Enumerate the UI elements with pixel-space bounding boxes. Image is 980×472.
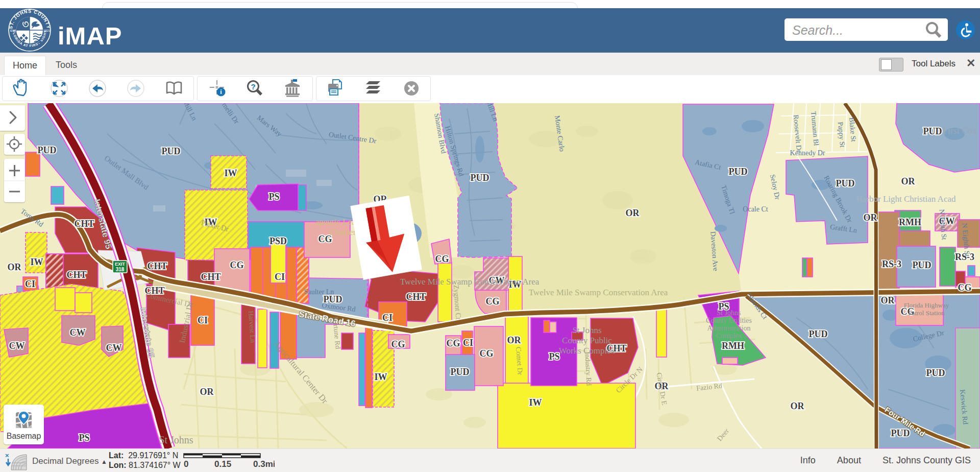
- svg-text:CI: CI: [25, 279, 35, 289]
- svg-text:Saulter Ln: Saulter Ln: [304, 288, 334, 296]
- svg-text:CG: CG: [486, 296, 500, 306]
- svg-text:CI: CI: [382, 313, 393, 323]
- svg-text:PUD: PUD: [451, 367, 470, 377]
- svg-text:Twelve Mile Swamp Conservation: Twelve Mile Swamp Conservation Area: [529, 288, 668, 297]
- svg-text:OR: OR: [200, 387, 214, 397]
- svg-text:OR: OR: [791, 401, 805, 411]
- svg-text:CW: CW: [70, 327, 86, 338]
- svg-text:CHT: CHT: [74, 219, 94, 229]
- svg-text:IW: IW: [529, 397, 542, 408]
- svg-text:Patrol Station: Patrol Station: [908, 309, 945, 317]
- svg-text:CG: CG: [435, 254, 449, 264]
- svg-text:St Johns: St Johns: [159, 434, 193, 445]
- svg-text:0: 0: [184, 459, 188, 469]
- svg-text:RMH: RMH: [722, 341, 744, 351]
- svg-text:PUD: PUD: [809, 329, 828, 339]
- svg-text:CG: CG: [391, 339, 405, 349]
- svg-text:PS: PS: [268, 192, 279, 202]
- svg-text:CI: CI: [275, 272, 285, 282]
- svg-text:IW: IW: [224, 168, 237, 178]
- svg-text:CW: CW: [9, 341, 25, 351]
- svg-text:CG: CG: [230, 260, 244, 270]
- svg-text:PUD: PUD: [836, 178, 855, 188]
- svg-text:apeutic Lear: apeutic Lear: [315, 217, 359, 227]
- svg-text:OR: OR: [864, 213, 878, 223]
- svg-text:Ocale Ct: Ocale Ct: [743, 205, 768, 213]
- svg-text:OR: OR: [881, 295, 895, 305]
- svg-text:PUD: PUD: [891, 428, 910, 438]
- svg-text:PUD: PUD: [471, 173, 489, 183]
- svg-text:CG: CG: [447, 338, 460, 348]
- svg-text:PUD: PUD: [162, 146, 181, 156]
- svg-text:St Johns: St Johns: [572, 325, 601, 335]
- svg-text:PS: PS: [79, 433, 89, 443]
- svg-text:PUD: PUD: [926, 368, 945, 378]
- svg-text:Complex: Complex: [716, 332, 742, 340]
- svg-text:CG: CG: [958, 282, 972, 293]
- svg-text:PUD: PUD: [38, 145, 57, 155]
- svg-text:CW: CW: [106, 343, 122, 353]
- svg-text:CHT: CHT: [147, 261, 167, 271]
- svg-text:×: ×: [5, 452, 9, 459]
- svg-text:County Utilities: County Utilities: [706, 317, 752, 324]
- svg-text:CG: CG: [480, 348, 494, 359]
- svg-text:County Public: County Public: [562, 336, 612, 345]
- svg-text:Florida Highway: Florida Highway: [904, 301, 949, 309]
- svg-text:Charter: Charter: [330, 227, 356, 237]
- svg-text:RMH: RMH: [899, 217, 921, 227]
- svg-text:First Coa: First Coa: [943, 126, 977, 136]
- svg-text:0.3mi: 0.3mi: [253, 459, 275, 469]
- svg-text:CI: CI: [463, 338, 473, 348]
- svg-text:CHT: CHT: [406, 292, 426, 302]
- svg-text:PS: PS: [549, 351, 559, 362]
- svg-text:Harbor Light Christian Acad: Harbor Light Christian Acad: [856, 194, 956, 204]
- svg-text:OR: OR: [507, 335, 522, 345]
- svg-text:PUD: PUD: [913, 260, 932, 270]
- svg-text:Administration: Administration: [707, 324, 751, 332]
- svg-text:RS-3: RS-3: [882, 259, 901, 269]
- svg-text:St Johns: St Johns: [717, 309, 741, 317]
- svg-text:0.15: 0.15: [214, 459, 231, 469]
- svg-text:IW: IW: [374, 372, 387, 382]
- svg-text:PUD: PUD: [923, 126, 942, 136]
- svg-text:Twelve Mile Swamp Conservation: Twelve Mile Swamp Conservation Area: [400, 277, 540, 287]
- svg-text:EST.: EST.: [10, 29, 17, 32]
- svg-text:PUD: PUD: [729, 167, 748, 177]
- svg-text:OR: OR: [8, 262, 22, 272]
- svg-text:CHT: CHT: [201, 272, 220, 282]
- svg-text:EXIT: EXIT: [115, 262, 126, 267]
- svg-text:1821: 1821: [43, 29, 51, 32]
- svg-text:IW: IW: [30, 257, 43, 267]
- svg-text:CHT: CHT: [66, 270, 86, 280]
- svg-text:?: ?: [251, 82, 255, 91]
- svg-text:OR: OR: [626, 208, 640, 218]
- svg-text:OR: OR: [901, 176, 916, 186]
- svg-text:PSD: PSD: [270, 236, 287, 246]
- svg-text:CI: CI: [198, 315, 208, 325]
- svg-text:318: 318: [116, 267, 125, 272]
